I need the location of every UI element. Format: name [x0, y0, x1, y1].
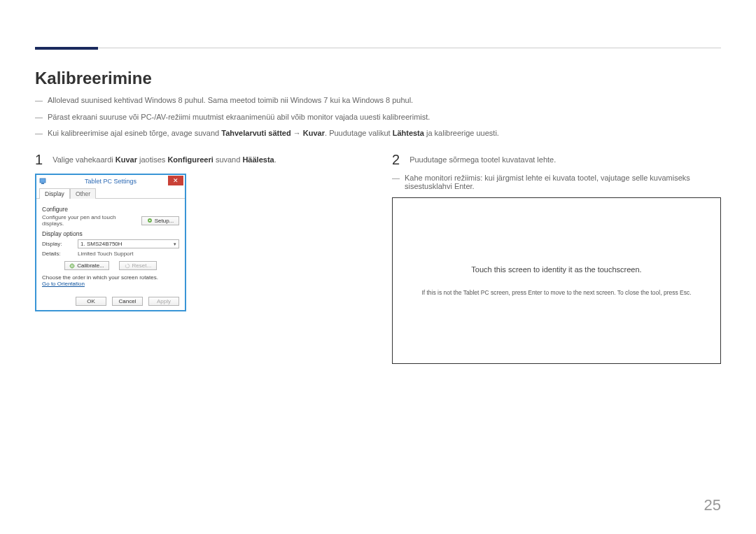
dialog-actions: OK Cancel Apply: [36, 293, 185, 310]
dialog-title: Tablet PC Settings: [36, 178, 185, 185]
columns: 1 Valige vahekaardi Kuvar jaotises Konfi…: [35, 153, 721, 364]
calibrate-reset-row: Calibrate... Reset...: [42, 261, 179, 270]
b3-strong-2: Kuvar: [303, 129, 325, 137]
column-right: 2 Puudutage sõrmega tootel kuvatavat leh…: [392, 153, 721, 364]
display-select[interactable]: 1. SMS24B750H ▾: [78, 239, 179, 248]
apply-button[interactable]: Apply: [148, 297, 179, 306]
cancel-button[interactable]: Cancel: [112, 297, 143, 306]
b3-strong-1: Tahvelarvuti sätted: [221, 129, 290, 137]
display-select-row: Display: 1. SMS24B750H ▾: [42, 239, 179, 248]
dialog-body: Configure Configure your pen and touch d…: [36, 199, 185, 293]
tab-other[interactable]: Other: [70, 188, 96, 199]
b3-arrow: →: [291, 129, 303, 137]
step1-head: 1 Valige vahekaardi Kuvar jaotises Konfi…: [35, 153, 371, 167]
chevron-down-icon: ▾: [174, 241, 176, 247]
step2-head: 2 Puudutage sõrmega tootel kuvatavat leh…: [392, 153, 721, 167]
target-icon: [69, 263, 75, 269]
dialog-titlebar: Tablet PC Settings ✕: [36, 175, 185, 188]
go-to-orientation-link[interactable]: Go to Orientation: [42, 281, 179, 287]
step2-note: Kahe monitori režiimis: kui järgmist leh…: [392, 174, 721, 190]
page-number: 25: [704, 496, 721, 514]
tablet-pc-settings-dialog: Tablet PC Settings ✕ Display Other Confi…: [35, 174, 186, 311]
configure-group-title: Configure: [42, 206, 179, 213]
step1-text: Valige vahekaardi Kuvar jaotises Konfigu…: [52, 153, 276, 164]
close-icon[interactable]: ✕: [168, 176, 183, 185]
bullet-2: Pärast ekraani suuruse või PC-/AV-režiim…: [35, 111, 721, 124]
s1-w3: Häälesta: [242, 155, 274, 164]
display-label: Display:: [42, 241, 74, 247]
touchscreen-pane: Touch this screen to identity it as the …: [392, 197, 721, 364]
reset-button[interactable]: Reset...: [119, 261, 157, 270]
bullet-1: Allolevad suunised kehtivad Windows 8 pu…: [35, 94, 721, 107]
setup-button[interactable]: Setup...: [141, 216, 179, 225]
step2-number: 2: [392, 153, 400, 167]
intro-bullets: Allolevad suunised kehtivad Windows 8 pu…: [35, 94, 721, 144]
b3-strong-3: Lähtesta: [393, 129, 424, 137]
calibrate-button-label: Calibrate...: [77, 262, 104, 269]
tab-display[interactable]: Display: [39, 188, 70, 199]
reset-icon: [125, 263, 130, 269]
details-value: Limited Touch Support: [78, 251, 133, 257]
page-title: Kalibreerimine: [35, 69, 152, 88]
s1-w1: Kuvar: [115, 155, 137, 164]
ok-button[interactable]: OK: [76, 297, 106, 306]
details-row: Details: Limited Touch Support: [42, 251, 179, 257]
s1-m2: suvand: [214, 155, 243, 164]
s1-post: .: [274, 155, 276, 164]
reset-button-label: Reset...: [132, 262, 152, 269]
step2-text: Puudutage sõrmega tootel kuvatavat lehte…: [410, 153, 556, 164]
b3-mid: . Puudutage valikut: [325, 129, 393, 137]
column-left: 1 Valige vahekaardi Kuvar jaotises Konfi…: [35, 153, 371, 364]
configure-row: Configure your pen and touch displays. S…: [42, 214, 179, 227]
bullet-3: Kui kalibreerimise ajal esineb tõrge, av…: [35, 127, 721, 140]
s1-pre: Valige vahekaardi: [52, 155, 115, 164]
s1-m1: jaotises: [137, 155, 167, 164]
calibrate-button[interactable]: Calibrate...: [64, 261, 109, 270]
header-accent: [35, 47, 98, 50]
display-options-title: Display options: [42, 230, 179, 237]
gear-icon: [147, 218, 153, 223]
setup-button-label: Setup...: [155, 218, 174, 224]
touchscreen-main-text: Touch this screen to identity it as the …: [471, 265, 641, 274]
dialog-tabstrip: Display Other: [36, 188, 185, 199]
b3-pre: Kui kalibreerimise ajal esineb tõrge, av…: [48, 129, 221, 137]
details-label: Details:: [42, 251, 74, 257]
touchscreen-sub-text: If this is not the Tablet PC screen, pre…: [421, 289, 691, 296]
step1-number: 1: [35, 153, 43, 167]
svg-point-3: [149, 220, 150, 221]
b3-post: ja kalibreerige uuesti.: [424, 129, 499, 137]
s1-w2: Konfigureeri: [167, 155, 213, 164]
header-rule: [35, 48, 721, 48]
configure-text: Configure your pen and touch displays.: [42, 214, 122, 227]
display-select-value: 1. SMS24B750H: [80, 241, 122, 247]
rotation-order-text: Choose the order in which your screen ro…: [42, 274, 179, 281]
